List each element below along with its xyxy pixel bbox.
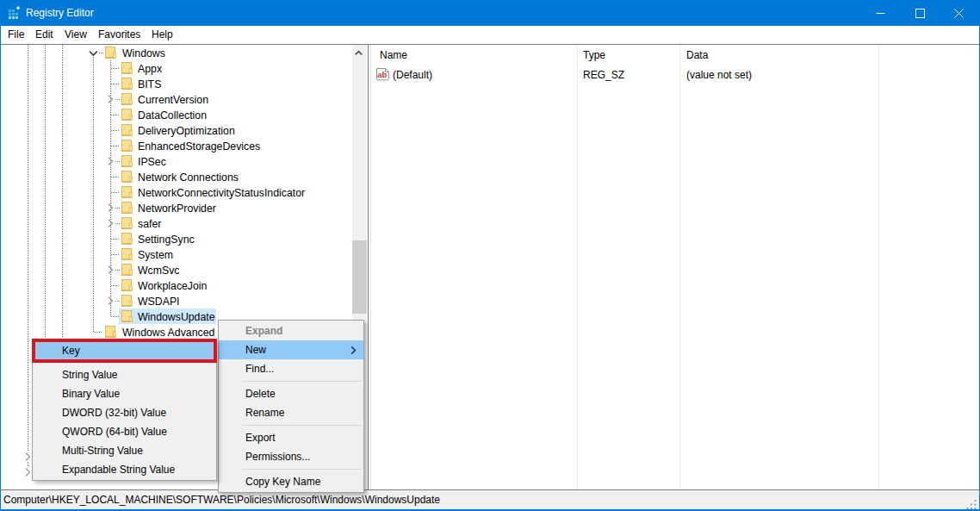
svg-text:ab: ab (377, 70, 387, 79)
